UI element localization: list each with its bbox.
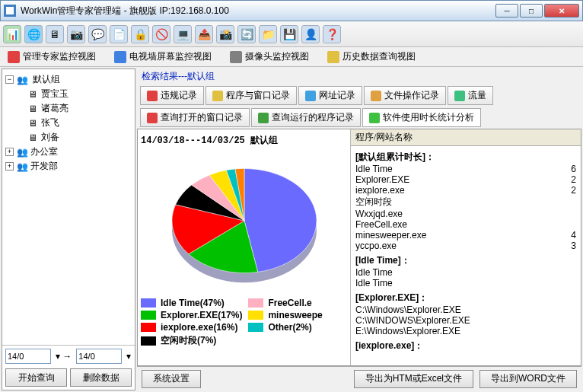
date-to-input[interactable] <box>76 349 122 364</box>
toolbar-icon-help[interactable]: ❓ <box>323 25 341 43</box>
sidebar: −👥默认组 🖥贾宝玉 🖥诸葛亮 🖥张飞 🖥刘备 +👥办公室 +👥开发部 ▾ → … <box>2 69 135 390</box>
export-html-excel-button[interactable]: 导出为HTM或Excel文件 <box>354 370 473 388</box>
tree-user[interactable]: 🖥贾宝玉 <box>5 87 132 101</box>
toolbar-icon-user[interactable]: 👤 <box>301 25 320 43</box>
swatch-icon <box>141 311 156 320</box>
pc-icon: 🖥 <box>27 132 39 144</box>
monitor-icon <box>8 51 20 63</box>
tab-query-windows[interactable]: 查询打开的窗口记录 <box>140 108 250 127</box>
list-item[interactable]: Idle Time <box>355 278 576 288</box>
tree-user[interactable]: 🖥刘备 <box>5 130 132 145</box>
search-result-label: 检索结果---默认组 <box>137 69 581 84</box>
tree-group[interactable]: +👥办公室 <box>5 145 132 159</box>
content-area: 检索结果---默认组 违规记录 程序与窗口记录 网址记录 文件操作记录 流量 查… <box>137 69 581 390</box>
tab-usage-stats[interactable]: 软件使用时长统计分析 <box>362 108 481 127</box>
expand-icon[interactable]: + <box>5 162 14 171</box>
history-icon <box>327 51 339 63</box>
list-item[interactable]: FreeCell.exe <box>355 219 576 230</box>
list-item[interactable]: Idle Time6 <box>355 164 576 174</box>
tree-group[interactable]: +👥开发部 <box>5 159 132 174</box>
export-word-button[interactable]: 导出到WORD文件 <box>479 370 577 388</box>
toolbar-icon-globe[interactable]: 🌐 <box>24 25 43 43</box>
view-tab-camera[interactable]: 摄像头监控视图 <box>225 49 314 65</box>
start-query-button[interactable]: 开始查询 <box>5 368 67 387</box>
view-tab-monitor[interactable]: 管理专家监控视图 <box>3 49 100 65</box>
tree-user[interactable]: 🖥张飞 <box>5 116 132 130</box>
tree-label: 办公室 <box>30 145 58 158</box>
list-item[interactable]: C:\WINDOWS\Explorer.EXE <box>355 315 576 326</box>
list-item[interactable]: yccpo.exe3 <box>355 241 576 251</box>
traffic-icon <box>454 91 465 101</box>
toolbar-icon-monitor[interactable]: 🖥 <box>46 25 64 43</box>
tree-label: 诸葛亮 <box>41 102 68 115</box>
svg-rect-1 <box>6 7 14 14</box>
toolbar-icon-folder[interactable]: 📁 <box>259 25 277 43</box>
list-item[interactable]: Wxxjqd.exe <box>355 209 576 219</box>
toolbar-icon-doc[interactable]: 📄 <box>110 25 128 43</box>
tab-label: 查询运行的程序记录 <box>272 111 354 124</box>
app-icon <box>4 5 16 17</box>
system-settings-button[interactable]: 系统设置 <box>142 370 201 388</box>
list-item[interactable]: E:\Windows\Explorer.EXE <box>355 326 576 336</box>
search-icon <box>147 113 158 123</box>
close-button[interactable]: ✕ <box>544 4 579 18</box>
legend-item: 空闲时段(7%) <box>141 334 242 347</box>
tab-fileops[interactable]: 文件操作记录 <box>364 86 446 105</box>
toolbar-icon-capture[interactable]: 📸 <box>216 25 234 43</box>
list-item[interactable]: C:\Windows\Explorer.EXE <box>355 304 576 315</box>
legend-item: Explorer.EXE(17%) <box>141 310 242 320</box>
legend-label: 空闲时段(7%) <box>161 334 216 347</box>
title-bar: WorkWin管理专家管理端 - 旗舰版 IP:192.168.0.100 ─ … <box>0 0 583 21</box>
record-tab-row2: 查询打开的窗口记录 查询运行的程序记录 软件使用时长统计分析 <box>137 107 581 129</box>
tab-label: 查询打开的窗口记录 <box>161 111 243 124</box>
view-tab-label: 电视墙屏幕监控视图 <box>129 50 212 63</box>
swatch-icon <box>141 298 156 308</box>
tree-user[interactable]: 🖥诸葛亮 <box>5 101 132 116</box>
tab-program-window[interactable]: 程序与窗口记录 <box>205 86 297 105</box>
user-tree[interactable]: −👥默认组 🖥贾宝玉 🖥诸葛亮 🖥张飞 🖥刘备 +👥办公室 +👥开发部 <box>2 69 135 345</box>
legend-item: FreeCell.e <box>248 298 347 308</box>
window-title: WorkWin管理专家管理端 - 旗舰版 IP:192.168.0.100 <box>21 5 495 18</box>
legend-label: iexplore.exe(16%) <box>161 322 237 333</box>
list-item[interactable]: 空闲时段 <box>355 196 576 209</box>
swatch-icon <box>248 298 263 308</box>
collapse-icon[interactable]: − <box>5 75 14 84</box>
toolbar-icon-disk[interactable]: 💾 <box>280 25 298 43</box>
group-icon: 👥 <box>16 161 28 173</box>
tab-traffic[interactable]: 流量 <box>448 86 493 105</box>
expand-icon[interactable]: + <box>5 148 14 156</box>
toolbar-icon-lock[interactable]: 🔒 <box>131 25 149 43</box>
legend-item: iexplore.exe(16%) <box>141 322 242 333</box>
program-list[interactable]: 程序/网站名称 [默认组累计时长]： Idle Time6 Explorer.E… <box>351 129 581 365</box>
swatch-icon <box>141 336 156 346</box>
minimize-button[interactable]: ─ <box>495 4 518 18</box>
list-group: [Idle Time]： <box>355 254 576 267</box>
toolbar-icon-block[interactable]: 🚫 <box>152 25 170 43</box>
toolbar-icon-camera[interactable]: 📷 <box>67 25 85 43</box>
tree-label: 开发部 <box>30 160 58 173</box>
view-tab-history[interactable]: 历史数据查询视图 <box>323 49 420 65</box>
toolbar-icon-pc[interactable]: 💻 <box>174 25 192 43</box>
tab-url[interactable]: 网址记录 <box>298 86 362 105</box>
tab-query-programs[interactable]: 查询运行的程序记录 <box>251 108 361 127</box>
list-group: [Explorer.EXE]： <box>355 292 576 304</box>
toolbar-icon-1[interactable]: 📊 <box>3 25 21 43</box>
delete-data-button[interactable]: 删除数据 <box>70 368 132 387</box>
list-item[interactable]: iexplore.exe2 <box>355 185 576 196</box>
list-item[interactable]: Idle Time <box>355 267 576 278</box>
tab-violation[interactable]: 违规记录 <box>140 86 204 105</box>
toolbar-icon-send[interactable]: 📤 <box>195 25 213 43</box>
tab-label: 软件使用时长统计分析 <box>383 111 474 124</box>
view-tab-tvwall[interactable]: 电视墙屏幕监控视图 <box>110 49 216 65</box>
list-group: [默认组累计时长]： <box>355 151 576 164</box>
toolbar-icon-chat[interactable]: 💬 <box>88 25 107 43</box>
date-from-input[interactable] <box>5 349 51 364</box>
list-item[interactable]: minesweeper.exe4 <box>355 230 576 241</box>
tree-label: 贾宝玉 <box>41 88 68 100</box>
list-item[interactable]: Explorer.EXE2 <box>355 174 576 185</box>
tree-root[interactable]: −👥默认组 <box>5 72 132 87</box>
legend-label: Idle Time(47%) <box>161 298 225 308</box>
maximize-button[interactable]: □ <box>520 4 543 18</box>
view-tab-label: 历史数据查询视图 <box>342 50 416 63</box>
toolbar-icon-sync[interactable]: 🔄 <box>237 25 256 43</box>
